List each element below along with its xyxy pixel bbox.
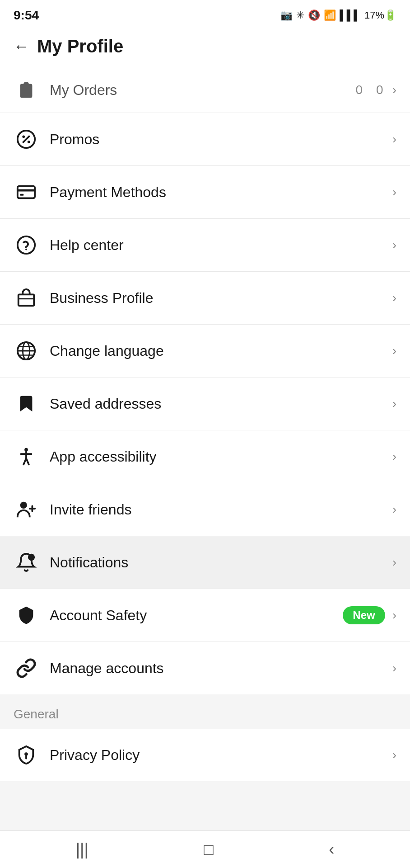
privacy-policy-label: Privacy Policy bbox=[50, 747, 392, 764]
my-orders-counts: 0 0 bbox=[356, 83, 383, 97]
status-time: 9:54 bbox=[14, 8, 39, 23]
privacy-icon bbox=[14, 742, 39, 768]
help-center-item[interactable]: Help center › bbox=[0, 219, 410, 272]
notifications-label: Notifications bbox=[50, 554, 392, 571]
promos-icon bbox=[14, 127, 39, 152]
chevron-icon: › bbox=[392, 396, 396, 411]
chevron-icon: › bbox=[392, 608, 396, 623]
nav-back[interactable]: ‹ bbox=[329, 840, 334, 859]
bookmark-icon bbox=[14, 391, 39, 416]
chevron-icon: › bbox=[392, 344, 396, 358]
page-title: My Profile bbox=[37, 36, 123, 57]
change-language-item[interactable]: Change language › bbox=[0, 325, 410, 377]
my-orders-label: My Orders bbox=[50, 82, 356, 99]
battery-text: 17%🔋 bbox=[364, 9, 396, 21]
general-section-header: General bbox=[0, 694, 410, 729]
promos-label: Promos bbox=[50, 131, 392, 148]
chevron-icon: › bbox=[392, 185, 396, 199]
status-bar: 9:54 📷 ✳ 🔇 📶 ▌▌▌ 17%🔋 bbox=[0, 0, 410, 27]
payment-methods-item[interactable]: Payment Methods › bbox=[0, 166, 410, 219]
help-label: Help center bbox=[50, 237, 392, 254]
business-label: Business Profile bbox=[50, 290, 392, 307]
chevron-icon: › bbox=[392, 555, 396, 570]
svg-point-19 bbox=[20, 502, 27, 509]
shield-icon bbox=[14, 603, 39, 628]
chevron-icon: › bbox=[392, 449, 396, 464]
svg-point-20 bbox=[28, 554, 35, 561]
account-safety-item[interactable]: Account Safety New › bbox=[0, 589, 410, 642]
svg-line-18 bbox=[26, 458, 29, 464]
saved-addresses-label: Saved addresses bbox=[50, 396, 392, 412]
link-icon bbox=[14, 656, 39, 681]
accessibility-icon bbox=[14, 444, 39, 469]
account-safety-label: Account Safety bbox=[50, 607, 343, 624]
language-label: Change language bbox=[50, 343, 392, 359]
bottom-nav: ||| □ ‹ bbox=[0, 830, 410, 868]
nav-home[interactable]: □ bbox=[204, 840, 214, 859]
language-icon bbox=[14, 338, 39, 363]
invite-friends-label: Invite friends bbox=[50, 501, 392, 518]
manage-accounts-label: Manage accounts bbox=[50, 660, 392, 677]
chevron-icon: › bbox=[392, 291, 396, 305]
svg-point-2 bbox=[22, 135, 25, 138]
camera-icon: 📷 bbox=[280, 9, 293, 21]
payment-label: Payment Methods bbox=[50, 184, 392, 201]
privacy-policy-item[interactable]: Privacy Policy › bbox=[0, 729, 410, 781]
wifi-icon: 📶 bbox=[324, 9, 336, 21]
mute-icon: 🔇 bbox=[308, 9, 320, 21]
header: ← My Profile bbox=[0, 27, 410, 67]
status-icons: 📷 ✳ 🔇 📶 ▌▌▌ 17%🔋 bbox=[280, 9, 396, 21]
promos-item[interactable]: Promos › bbox=[0, 113, 410, 166]
nav-recent-apps[interactable]: ||| bbox=[76, 840, 89, 859]
svg-point-6 bbox=[25, 249, 27, 250]
back-button[interactable]: ← bbox=[14, 38, 29, 55]
business-profile-item[interactable]: Business Profile › bbox=[0, 272, 410, 325]
friends-icon bbox=[14, 497, 39, 522]
manage-accounts-item[interactable]: Manage accounts › bbox=[0, 642, 410, 694]
general-menu-list: Privacy Policy › bbox=[0, 729, 410, 781]
svg-rect-5 bbox=[20, 194, 24, 196]
svg-rect-4 bbox=[18, 186, 35, 198]
orders-icon bbox=[14, 77, 39, 103]
saved-addresses-item[interactable]: Saved addresses › bbox=[0, 377, 410, 430]
svg-rect-7 bbox=[19, 294, 34, 306]
svg-point-3 bbox=[28, 141, 30, 143]
chevron-icon: › bbox=[392, 83, 396, 97]
bluetooth-icon: ✳ bbox=[296, 9, 304, 21]
help-icon bbox=[14, 232, 39, 258]
chevron-icon: › bbox=[392, 132, 396, 146]
new-badge: New bbox=[343, 606, 385, 624]
invite-friends-item[interactable]: Invite friends › bbox=[0, 483, 410, 536]
chevron-icon: › bbox=[392, 502, 396, 517]
notifications-item[interactable]: Notifications › bbox=[0, 536, 410, 589]
chevron-icon: › bbox=[392, 661, 396, 675]
chevron-icon: › bbox=[392, 238, 396, 252]
chevron-icon: › bbox=[392, 748, 396, 762]
my-orders-item[interactable]: My Orders 0 0 › bbox=[0, 67, 410, 113]
accessibility-label: App accessibility bbox=[50, 448, 392, 465]
signal-icon: ▌▌▌ bbox=[340, 9, 361, 21]
app-accessibility-item[interactable]: App accessibility › bbox=[0, 430, 410, 483]
business-icon bbox=[14, 285, 39, 311]
payment-icon bbox=[14, 179, 39, 205]
bell-icon bbox=[14, 550, 39, 575]
menu-list: Promos › Payment Methods › Help center › bbox=[0, 113, 410, 694]
